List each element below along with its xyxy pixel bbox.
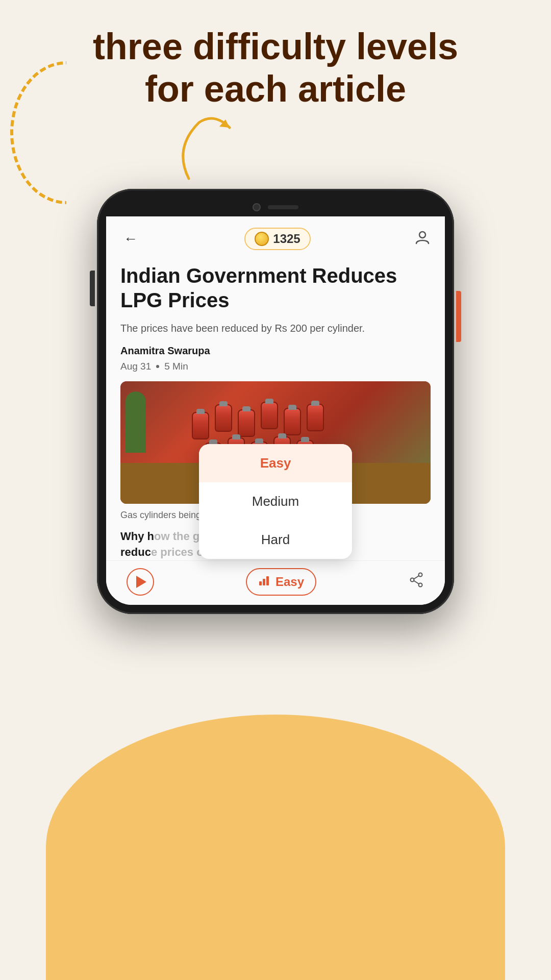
svg-point-1: [419, 232, 425, 238]
phone-notch: [106, 198, 445, 216]
phone-screen: ← 1325 Indian Government Reduces LPG Pri…: [106, 216, 445, 605]
svg-line-8: [414, 576, 419, 579]
article-date: Aug 31: [120, 361, 151, 372]
difficulty-dropdown[interactable]: Easy Medium Hard: [199, 444, 352, 559]
cylinder-1: [192, 412, 209, 439]
plant-decoration: [126, 391, 146, 453]
volume-button: [90, 271, 95, 306]
cylinder-2: [215, 404, 232, 432]
svg-point-6: [411, 578, 414, 582]
difficulty-option-easy[interactable]: Easy: [199, 444, 352, 482]
difficulty-chart-icon: [258, 574, 270, 590]
coin-icon: [255, 232, 269, 246]
profile-button[interactable]: [414, 229, 431, 249]
back-arrow-icon: ←: [123, 231, 138, 247]
coins-count: 1325: [273, 232, 300, 246]
svg-line-9: [414, 581, 419, 584]
heading-text: three difficulty levels for each article: [31, 26, 520, 110]
bottom-bar: Easy: [106, 560, 445, 605]
cylinder-3: [238, 409, 255, 437]
play-icon: [136, 576, 146, 588]
difficulty-option-medium[interactable]: Medium: [199, 482, 352, 521]
cylinder-4: [261, 402, 278, 429]
svg-rect-3: [263, 579, 265, 585]
page-heading: three difficulty levels for each article: [31, 26, 520, 110]
play-button[interactable]: [127, 568, 154, 596]
difficulty-selector-button[interactable]: Easy: [246, 568, 316, 596]
read-time: 5 Min: [164, 361, 188, 372]
svg-rect-2: [259, 581, 262, 585]
app-header: ← 1325: [106, 216, 445, 255]
coins-badge: 1325: [244, 228, 310, 250]
speaker-notch: [268, 205, 298, 209]
cylinder-6: [307, 404, 324, 431]
article-title: Indian Government Reduces LPG Prices: [120, 263, 431, 312]
arrow-decoration: [158, 107, 240, 189]
difficulty-option-hard[interactable]: Hard: [199, 521, 352, 559]
article-meta: Aug 31 5 Min: [120, 361, 431, 372]
article-author: Anamitra Swarupa: [120, 345, 431, 357]
background-circle: [46, 715, 505, 980]
svg-rect-4: [266, 576, 269, 585]
cylinder-5: [284, 408, 301, 435]
difficulty-button-label: Easy: [276, 575, 304, 589]
back-button[interactable]: ←: [120, 229, 141, 249]
share-button[interactable]: [408, 572, 424, 592]
camera-notch: [253, 203, 261, 211]
power-button: [456, 291, 461, 342]
article-subtitle: The prices have been reduced by Rs 200 p…: [120, 321, 431, 336]
phone-mockup: ← 1325 Indian Government Reduces LPG Pri…: [97, 189, 454, 614]
meta-separator: [156, 365, 159, 368]
